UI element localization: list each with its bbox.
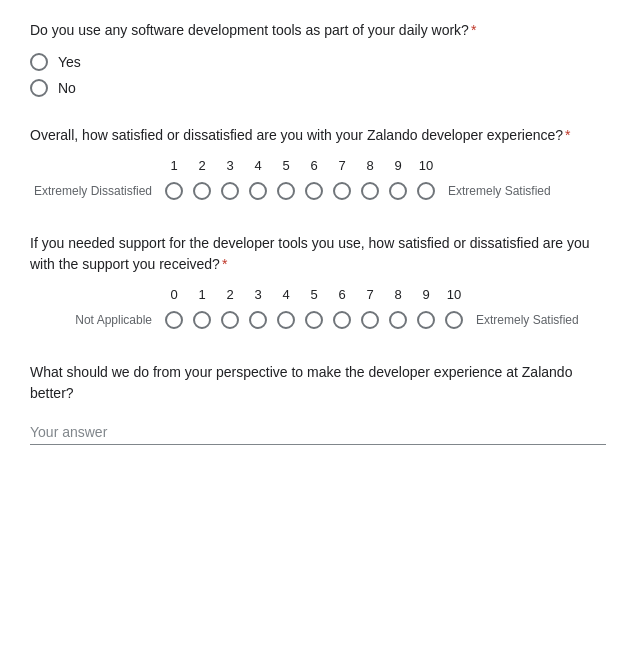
scale-num-8: 8 [356, 158, 384, 173]
scale-radio-3-8[interactable] [384, 306, 412, 334]
scale-radio-3-7[interactable] [356, 306, 384, 334]
question-2: Overall, how satisfied or dissatisfied a… [30, 125, 606, 205]
scale-radio-3-2[interactable] [216, 306, 244, 334]
question-3-text: If you needed support for the developer … [30, 233, 606, 275]
scale-radio-3-6[interactable] [328, 306, 356, 334]
scale-radio-3-10[interactable] [440, 306, 468, 334]
scale-numbers-row-2: 1 2 3 4 5 6 7 8 9 10 [30, 158, 606, 173]
radio-option-yes[interactable]: Yes [30, 53, 606, 71]
scale-num-3-10: 10 [440, 287, 468, 302]
scale-radio-circle-3-2[interactable] [221, 311, 239, 329]
scale-num-3-1: 1 [188, 287, 216, 302]
scale-num-3-6: 6 [328, 287, 356, 302]
radio-label-no: No [58, 80, 76, 96]
scale-circles-2 [160, 177, 440, 205]
scale-num-4: 4 [244, 158, 272, 173]
scale-radio-3-5[interactable] [300, 306, 328, 334]
scale-radio-circle-3-9[interactable] [417, 311, 435, 329]
scale-circles-row-2: Extremely Dissatisfied Extremely Satisfi… [30, 177, 606, 205]
question-1: Do you use any software development tool… [30, 20, 606, 97]
question-4-text: What should we do from your perspective … [30, 362, 606, 404]
scale-radio-2-10[interactable] [412, 177, 440, 205]
question-3: If you needed support for the developer … [30, 233, 606, 334]
scale-num-5: 5 [272, 158, 300, 173]
scale-right-label-3: Extremely Satisfied [468, 313, 579, 327]
scale-radio-2-7[interactable] [328, 177, 356, 205]
scale-radio-circle-2-4[interactable] [249, 182, 267, 200]
scale-radio-3-0[interactable] [160, 306, 188, 334]
scale-num-10: 10 [412, 158, 440, 173]
scale-numbers-row-3: 0 1 2 3 4 5 6 7 8 9 10 [30, 287, 606, 302]
scale-num-6: 6 [300, 158, 328, 173]
scale-radio-circle-2-3[interactable] [221, 182, 239, 200]
scale-num-3-2: 2 [216, 287, 244, 302]
scale-circles-3 [160, 306, 468, 334]
scale-num-3-7: 7 [356, 287, 384, 302]
scale-num-3-9: 9 [412, 287, 440, 302]
scale-num-3-5: 5 [300, 287, 328, 302]
scale-radio-circle-2-5[interactable] [277, 182, 295, 200]
required-marker-3: * [222, 256, 227, 272]
scale-radio-circle-2-7[interactable] [333, 182, 351, 200]
scale-num-3-0: 0 [160, 287, 188, 302]
scale-radio-circle-3-8[interactable] [389, 311, 407, 329]
question-1-text: Do you use any software development tool… [30, 20, 606, 41]
required-marker-1: * [471, 22, 476, 38]
scale-radio-2-3[interactable] [216, 177, 244, 205]
scale-radio-2-5[interactable] [272, 177, 300, 205]
radio-option-no[interactable]: No [30, 79, 606, 97]
scale-circles-row-3: Not Applicable Extremely Satisfied [30, 306, 606, 334]
scale-num-9: 9 [384, 158, 412, 173]
scale-radio-2-4[interactable] [244, 177, 272, 205]
scale-num-2: 2 [188, 158, 216, 173]
scale-num-3-8: 8 [384, 287, 412, 302]
scale-radio-3-3[interactable] [244, 306, 272, 334]
scale-num-1: 1 [160, 158, 188, 173]
scale-left-label-2: Extremely Dissatisfied [30, 184, 160, 198]
scale-radio-circle-2-9[interactable] [389, 182, 407, 200]
scale-container-2: 1 2 3 4 5 6 7 8 9 10 Extremely Dissatisf… [30, 158, 606, 205]
scale-radio-2-8[interactable] [356, 177, 384, 205]
scale-radio-circle-2-10[interactable] [417, 182, 435, 200]
scale-num-3-4: 4 [272, 287, 300, 302]
radio-circle-no[interactable] [30, 79, 48, 97]
scale-radio-2-2[interactable] [188, 177, 216, 205]
scale-radio-circle-2-6[interactable] [305, 182, 323, 200]
question-2-text: Overall, how satisfied or dissatisfied a… [30, 125, 606, 146]
scale-radio-circle-3-1[interactable] [193, 311, 211, 329]
scale-radio-circle-3-7[interactable] [361, 311, 379, 329]
question-4: What should we do from your perspective … [30, 362, 606, 445]
scale-radio-3-4[interactable] [272, 306, 300, 334]
scale-num-7: 7 [328, 158, 356, 173]
scale-radio-circle-3-3[interactable] [249, 311, 267, 329]
scale-radio-circle-3-6[interactable] [333, 311, 351, 329]
scale-radio-2-6[interactable] [300, 177, 328, 205]
scale-radio-circle-3-5[interactable] [305, 311, 323, 329]
scale-radio-2-1[interactable] [160, 177, 188, 205]
scale-right-label-2: Extremely Satisfied [440, 184, 551, 198]
scale-num-3-3: 3 [244, 287, 272, 302]
radio-circle-yes[interactable] [30, 53, 48, 71]
scale-radio-circle-2-2[interactable] [193, 182, 211, 200]
scale-radio-circle-3-4[interactable] [277, 311, 295, 329]
scale-container-3: 0 1 2 3 4 5 6 7 8 9 10 Not Applicable [30, 287, 606, 334]
required-marker-2: * [565, 127, 570, 143]
text-answer-input[interactable] [30, 420, 606, 445]
scale-radio-circle-3-10[interactable] [445, 311, 463, 329]
scale-left-label-3: Not Applicable [30, 313, 160, 327]
scale-radio-2-9[interactable] [384, 177, 412, 205]
scale-radio-3-9[interactable] [412, 306, 440, 334]
scale-radio-3-1[interactable] [188, 306, 216, 334]
scale-numbers-inner-3: 0 1 2 3 4 5 6 7 8 9 10 [160, 287, 468, 302]
scale-radio-circle-2-1[interactable] [165, 182, 183, 200]
scale-num-3: 3 [216, 158, 244, 173]
scale-radio-circle-2-8[interactable] [361, 182, 379, 200]
radio-label-yes: Yes [58, 54, 81, 70]
scale-numbers-inner-2: 1 2 3 4 5 6 7 8 9 10 [160, 158, 440, 173]
scale-radio-circle-3-0[interactable] [165, 311, 183, 329]
